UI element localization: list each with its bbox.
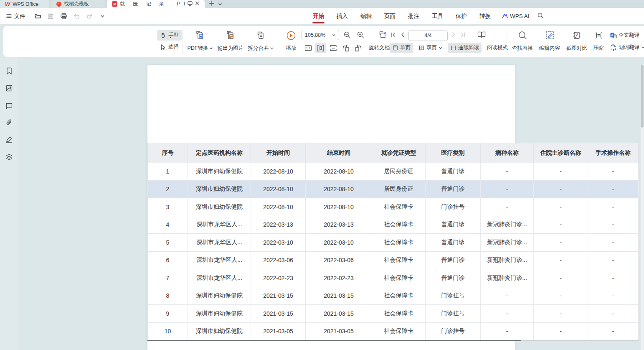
vertical-scrollbar[interactable] bbox=[641, 65, 644, 350]
hand-tool-button[interactable]: 手型 bbox=[157, 30, 182, 41]
export-image-button[interactable]: 输出为图片 bbox=[215, 29, 246, 54]
word-translate-icon: Ax bbox=[610, 44, 617, 51]
ribbon-tab-转换[interactable]: 转换 bbox=[473, 8, 497, 24]
redo-icon[interactable] bbox=[85, 12, 94, 21]
screenshot-compare-button[interactable]: 截图对比 bbox=[564, 29, 590, 54]
full-translate-button[interactable]: A 全文翻译 bbox=[610, 30, 644, 41]
screenshot-compare-label: 截图对比 bbox=[566, 45, 587, 52]
table-cell: 社会保障卡 bbox=[372, 323, 426, 340]
table-cell: - bbox=[534, 198, 588, 216]
docer-icon bbox=[56, 2, 61, 7]
continuous-read-button[interactable]: 连续阅读 bbox=[448, 43, 482, 53]
ribbon-tab-工具[interactable]: 工具 bbox=[426, 8, 449, 24]
table-cell: - bbox=[588, 323, 639, 340]
play-button[interactable]: 播放 bbox=[280, 29, 302, 54]
attachments-icon[interactable] bbox=[4, 118, 14, 128]
layers-icon[interactable] bbox=[4, 152, 14, 162]
ribbon-tab-插入[interactable]: 插入 bbox=[330, 8, 354, 24]
bookmarks-icon[interactable] bbox=[4, 66, 14, 76]
chevron-down-icon bbox=[332, 33, 336, 37]
word-translate-button[interactable]: Ax 划词翻译 bbox=[610, 42, 644, 53]
split-merge-label: 拆分合并 bbox=[248, 45, 269, 52]
new-tab-icon[interactable] bbox=[209, 0, 215, 8]
svg-text:1:1: 1:1 bbox=[306, 47, 310, 50]
next-page-icon[interactable] bbox=[451, 31, 456, 40]
table-column-header: 医疗类别 bbox=[426, 143, 481, 163]
table-cell: 2022-08-10 bbox=[251, 198, 306, 216]
first-page-icon[interactable] bbox=[390, 31, 397, 40]
close-tab-icon[interactable] bbox=[195, 1, 200, 7]
zoom-out-icon[interactable] bbox=[342, 30, 352, 40]
table-cell: 7 bbox=[147, 269, 188, 287]
ribbon-tab-页面[interactable]: 页面 bbox=[378, 8, 402, 24]
last-page-icon[interactable] bbox=[459, 31, 466, 40]
play-icon bbox=[286, 30, 297, 41]
fit-page-icon[interactable] bbox=[328, 43, 339, 53]
single-page-icon bbox=[392, 45, 398, 51]
table-cell: - bbox=[588, 216, 639, 234]
quickbar-chevron-icon[interactable] bbox=[98, 12, 107, 21]
table-cell: 社会保障卡 bbox=[372, 234, 426, 251]
hand-tool-label: 手型 bbox=[168, 32, 179, 39]
print-icon[interactable] bbox=[59, 12, 68, 21]
split-merge-button[interactable]: 拆分合并 bbox=[247, 29, 274, 54]
page-number-input[interactable] bbox=[408, 31, 448, 41]
continuous-read-icon bbox=[450, 45, 456, 51]
scrollbar-thumb[interactable] bbox=[641, 65, 644, 128]
rotate-document-button[interactable]: 旋转文档 bbox=[369, 43, 390, 53]
prev-page-icon[interactable] bbox=[400, 31, 406, 40]
tab-list-chevron-icon[interactable] bbox=[218, 0, 222, 8]
table-row: 4深圳市龙华区人...2022-03-132022-03-13社会保障卡普通门诊… bbox=[147, 216, 639, 234]
signature-icon[interactable] bbox=[4, 135, 14, 145]
fit-width-icon[interactable] bbox=[315, 43, 326, 53]
read-mode-label: 阅读模式 bbox=[487, 44, 508, 51]
table-cell: 深圳市龙华区人... bbox=[188, 216, 251, 234]
open-file-icon[interactable] bbox=[33, 12, 42, 21]
ribbon-tab-编辑[interactable]: 编辑 bbox=[354, 8, 378, 24]
table-cell: - bbox=[481, 198, 534, 216]
pdf-convert-button[interactable]: PDF转换 bbox=[186, 29, 214, 54]
table-cell: 2022-08-10 bbox=[251, 163, 306, 180]
compress-button[interactable]: 压缩 bbox=[590, 29, 607, 54]
ribbon-tab-保护[interactable]: 保护 bbox=[449, 8, 473, 24]
zoom-in-icon[interactable] bbox=[355, 30, 366, 40]
table-cell: 门诊挂号 bbox=[426, 323, 481, 340]
ribbon-search-icon[interactable] bbox=[537, 12, 544, 20]
table-cell: - bbox=[534, 252, 588, 269]
thumbnails-icon[interactable] bbox=[4, 83, 14, 93]
undo-icon[interactable] bbox=[72, 12, 81, 21]
save-icon[interactable] bbox=[46, 12, 55, 21]
wps-ai-button[interactable]: WPS AI bbox=[497, 13, 535, 19]
document-canvas[interactable]: 序号定点医药机构名称开始时间结束时间就诊凭证类型医疗类别病种名称住院主诊断名称手… bbox=[18, 58, 644, 350]
single-page-button[interactable]: 单页 bbox=[390, 43, 413, 53]
menu-bar: 文件 开始插入编辑页面批注工具保护转换WPS AI bbox=[0, 8, 644, 24]
extract-pages-icon[interactable] bbox=[378, 30, 388, 40]
table-cell: - bbox=[534, 163, 588, 180]
table-cell: 2021-03-15 bbox=[306, 287, 372, 305]
tab-docer-templates[interactable]: 找稻壳模板 bbox=[51, 0, 105, 8]
file-menu-button[interactable]: 文件 bbox=[6, 13, 25, 20]
zoom-level-value: 105.88% bbox=[305, 32, 325, 38]
read-mode-book-icon[interactable] bbox=[477, 30, 487, 41]
window-tab-bar: W WPS Office 找稻壳模板 P 就 医 记 录 .PDF bbox=[0, 0, 644, 8]
double-page-button[interactable]: 双页 bbox=[416, 43, 445, 53]
rotate-left-icon[interactable] bbox=[340, 43, 351, 53]
select-tool-label: 选择 bbox=[168, 43, 179, 51]
table-cell: 门诊挂号 bbox=[426, 305, 481, 322]
edit-content-button[interactable]: 编辑内容 bbox=[537, 29, 563, 54]
ribbon-tab-批注[interactable]: 批注 bbox=[402, 8, 426, 24]
actual-size-icon[interactable]: 1:1 bbox=[303, 43, 314, 53]
ribbon-tab-开始[interactable]: 开始 bbox=[307, 8, 330, 24]
enter-workspace-icon[interactable] bbox=[187, 0, 193, 8]
rotate-right-icon[interactable] bbox=[353, 43, 364, 53]
find-replace-button[interactable]: 查找替换 bbox=[510, 29, 535, 54]
tab-wps-office[interactable]: W WPS Office bbox=[0, 0, 49, 8]
comments-icon[interactable] bbox=[4, 100, 14, 110]
select-tool-button[interactable]: 选择 bbox=[157, 42, 182, 52]
table-cell: 2022-03-06 bbox=[251, 252, 306, 269]
zoom-level-select[interactable]: 105.88% bbox=[302, 30, 339, 40]
tab-document[interactable]: P 就 医 记 录 .PDF bbox=[107, 0, 205, 8]
table-cell: 新冠肺炎门诊... bbox=[481, 252, 534, 269]
table-cell: - bbox=[481, 305, 534, 322]
table-row: 7深圳市龙华区人...2022-02-232022-02-23社会保障卡普通门诊… bbox=[147, 269, 639, 287]
